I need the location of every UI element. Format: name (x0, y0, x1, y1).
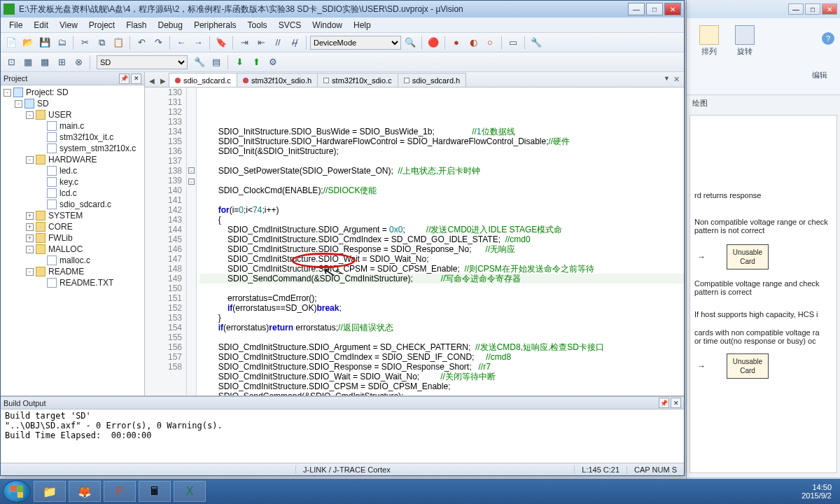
tree-file[interactable]: README.TXT (1, 277, 144, 288)
tree-file[interactable]: main.c (1, 120, 144, 132)
save-all-icon[interactable]: 🗂 (54, 35, 69, 50)
menu-debug[interactable]: Debug (153, 19, 188, 31)
tab-list-dropdown[interactable]: ▼ (664, 75, 670, 82)
save-icon[interactable]: 💾 (37, 35, 52, 50)
tree-file[interactable]: stm32f10x_it.c (1, 132, 144, 143)
tree-group[interactable]: +CORE (1, 221, 144, 232)
task-calculator[interactable]: 🖩 (139, 481, 171, 502)
maximize-button[interactable]: □ (646, 3, 663, 15)
editor-tab[interactable]: sdio_sdcard.h (398, 73, 467, 87)
build-output-content[interactable]: Build target 'SD' "..\OBJ\SD.axf" - 0 Er… (1, 410, 684, 463)
project-pane-close[interactable]: ✕ (131, 74, 141, 84)
download-icon[interactable]: ⬇ (232, 55, 247, 70)
editor-tab[interactable]: stm32f10x_sdio.c (317, 73, 398, 87)
task-explorer[interactable]: 📁 (34, 481, 66, 502)
tree-target[interactable]: - SD (1, 98, 144, 109)
stop-build-icon[interactable]: ⊗ (71, 55, 86, 70)
project-pane-pin[interactable]: 📌 (119, 74, 130, 84)
tree-toggle[interactable]: - (26, 246, 34, 253)
indent-icon[interactable]: ⇥ (237, 35, 252, 50)
menu-file[interactable]: File (4, 19, 28, 31)
device-mode-select[interactable]: DeviceMode (310, 36, 401, 50)
tree-toggle[interactable]: - (15, 100, 22, 108)
menu-view[interactable]: View (54, 19, 83, 31)
tree-project-root[interactable]: - Project: SD (1, 87, 144, 98)
config-icon[interactable]: 🔧 (528, 35, 544, 50)
tray-clock[interactable]: 14:50 2015/9/2 (802, 483, 832, 500)
batch-build-icon[interactable]: ⊞ (54, 55, 69, 70)
tab-close[interactable]: ✕ (671, 74, 681, 84)
erase-icon[interactable]: ⬆ (248, 55, 264, 70)
window-layout-icon[interactable]: ▭ (505, 35, 521, 50)
redo-icon[interactable]: ↷ (150, 35, 166, 50)
tree-group[interactable]: +FWLib (1, 232, 144, 244)
tree-group[interactable]: -MALLOC (1, 244, 144, 255)
target-options-icon[interactable]: 🔧 (192, 55, 207, 70)
build-icon[interactable]: ▦ (20, 55, 36, 70)
target-select[interactable]: SD (97, 55, 188, 69)
breakpoint-enable-icon[interactable]: ◐ (465, 35, 481, 50)
uncomment-icon[interactable]: //̶ (287, 35, 302, 50)
nav-fwd-icon[interactable]: → (190, 35, 206, 50)
tab-nav-left[interactable]: ◀ (146, 74, 158, 87)
menu-window[interactable]: Window (307, 19, 348, 31)
build-output-pin[interactable]: 📌 (659, 398, 669, 408)
rebuild-icon[interactable]: ▩ (37, 55, 52, 70)
system-tray[interactable]: 14:50 2015/9/2 (802, 483, 837, 500)
menu-svcs[interactable]: SVCS (273, 19, 307, 31)
new-file-icon[interactable]: 📄 (4, 35, 19, 50)
word-maximize[interactable]: □ (805, 4, 820, 15)
flash-config-icon[interactable]: ⚙ (265, 55, 281, 70)
menu-help[interactable]: Help (348, 19, 377, 31)
editor-tab[interactable]: sdio_sdcard.c (169, 73, 237, 87)
tree-group[interactable]: -HARDWARE (1, 154, 144, 165)
translate-icon[interactable]: ⊡ (4, 55, 19, 70)
tree-file[interactable]: lcd.c (1, 188, 144, 199)
menu-peripherals[interactable]: Peripherals (188, 19, 242, 31)
tab-nav-right[interactable]: ▶ (158, 74, 169, 87)
tree-file[interactable]: sdio_sdcard.c (1, 199, 144, 210)
tree-group[interactable]: -README (1, 266, 144, 277)
task-excel[interactable]: X (174, 481, 206, 502)
tree-toggle[interactable]: - (26, 111, 34, 119)
tree-toggle[interactable]: - (26, 268, 34, 276)
tree-file[interactable]: led.c (1, 165, 144, 176)
task-firefox[interactable]: 🦊 (69, 481, 101, 502)
open-icon[interactable]: 📂 (20, 35, 36, 50)
bookmark-icon[interactable]: 🔖 (214, 35, 229, 50)
tree-toggle[interactable]: - (4, 89, 11, 97)
editor-tab[interactable]: stm32f10x_sdio.h (237, 73, 318, 87)
build-output-close[interactable]: ✕ (671, 398, 681, 408)
menu-tools[interactable]: Tools (242, 19, 273, 31)
nav-back-icon[interactable]: ← (174, 35, 189, 50)
tree-file[interactable]: malloc.c (1, 255, 144, 266)
menu-edit[interactable]: Edit (28, 19, 54, 31)
word-close[interactable]: ✕ (822, 4, 837, 15)
undo-icon[interactable]: ↶ (134, 35, 149, 50)
tree-file[interactable]: key.c (1, 176, 144, 188)
word-minimize[interactable]: — (788, 4, 804, 15)
tree-toggle[interactable]: + (26, 212, 34, 220)
breakpoint-disable-icon[interactable]: ○ (482, 35, 498, 50)
tree-toggle[interactable]: + (26, 223, 34, 231)
tree-group[interactable]: -USER (1, 109, 144, 120)
outdent-icon[interactable]: ⇤ (253, 35, 269, 50)
manage-targets-icon[interactable]: ▤ (209, 55, 224, 70)
menu-project[interactable]: Project (83, 19, 120, 31)
start-button[interactable] (3, 480, 31, 503)
tree-toggle[interactable]: - (26, 156, 34, 164)
copy-icon[interactable]: ⧉ (94, 35, 109, 50)
cut-icon[interactable]: ✂ (77, 35, 92, 50)
tree-file[interactable]: system_stm32f10x.c (1, 143, 144, 154)
minimize-button[interactable]: — (628, 3, 645, 15)
comment-icon[interactable]: // (270, 35, 286, 50)
tree-group[interactable]: +SYSTEM (1, 210, 144, 221)
ribbon-rotate[interactable]: 旋转 (735, 25, 755, 57)
find-icon[interactable]: 🔍 (402, 35, 418, 50)
tree-toggle[interactable]: + (26, 234, 34, 242)
breakpoint-insert-icon[interactable]: ● (449, 35, 464, 50)
paste-icon[interactable]: 📋 (111, 35, 126, 50)
ribbon-arrange[interactable]: 排列 (699, 25, 719, 57)
task-powerpoint[interactable]: P (104, 481, 136, 502)
debug-icon[interactable]: 🔴 (426, 35, 441, 50)
